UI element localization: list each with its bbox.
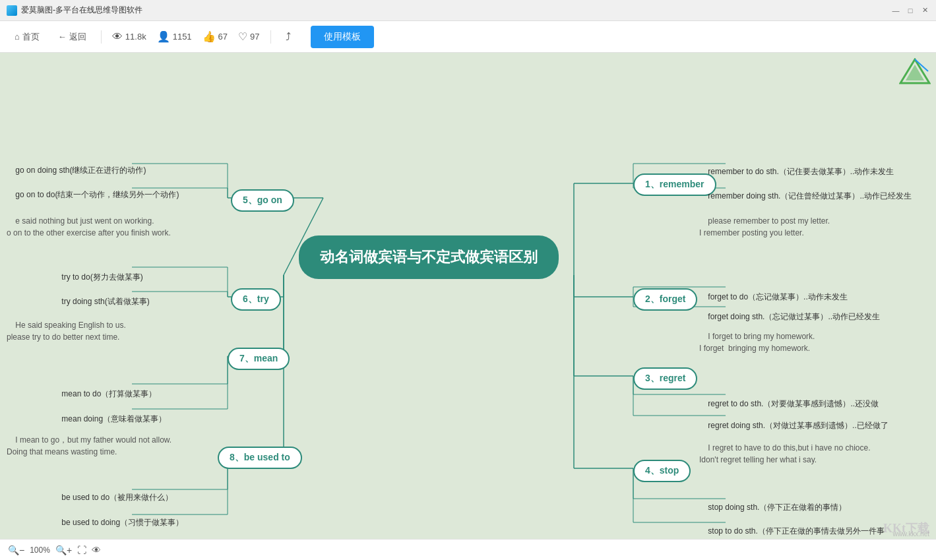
zoom-in-button[interactable]: 🔍+	[55, 545, 72, 555]
maximize-button[interactable]: □	[906, 6, 915, 15]
view-count: 11.8k	[125, 32, 146, 42]
minimize-button[interactable]: —	[891, 6, 900, 15]
like-stat: 👤 1151	[157, 30, 192, 43]
center-node: 动名词做宾语与不定式做宾语区别	[299, 235, 559, 279]
divider-1	[101, 30, 102, 44]
heart-icon: ♡	[238, 30, 247, 43]
leaf-b1-ex: please remember to post my letter. I rem…	[699, 203, 830, 251]
leaf-b7-ex: I mean to go，but my father would not all…	[7, 422, 172, 470]
person-icon: 👤	[157, 30, 170, 43]
zoom-level: 100%	[30, 545, 50, 555]
aimo-logo	[899, 58, 931, 84]
thumbs-icon: 👍	[203, 30, 216, 43]
zoom-out-button[interactable]: 🔍−	[8, 545, 24, 555]
mindmap-canvas: 动名词做宾语与不定式做宾语区别 5、go on go on doing sth(…	[0, 53, 936, 539]
branch-node-b8[interactable]: 8、be used to	[218, 447, 302, 469]
window-controls[interactable]: — □ ✕	[891, 6, 929, 15]
bottombar: 🔍− 100% 🔍+ ⛶ 👁	[0, 539, 936, 560]
close-button[interactable]: ✕	[920, 6, 929, 15]
titlebar: 爱莫脑图-多平台在线思维导图软件 — □ ✕	[0, 0, 936, 21]
home-button[interactable]: ⌂ 首页	[11, 28, 44, 46]
branch-node-b4[interactable]: 4、stop	[633, 460, 691, 482]
toolbar: ⌂ 首页 ← 返回 👁 11.8k 👤 1151 👍 67 ♡ 97 ⤴ 使用模…	[0, 21, 936, 53]
share-icon: ⤴	[286, 31, 291, 43]
thumbs-stat[interactable]: 👍 67	[203, 30, 228, 43]
leaf-b4-ex: stop talking，please. stop to think about…	[699, 536, 819, 539]
branch-node-b5[interactable]: 5、go on	[231, 189, 294, 212]
leaf-b8-ex: machine is used to clean the wall. old m…	[7, 526, 166, 539]
leaf-b2-ex: I forget to bring my homework. I forget …	[699, 319, 815, 366]
home-label: 首页	[22, 31, 40, 43]
heart-count: 97	[250, 32, 259, 42]
back-label: 返回	[69, 31, 86, 43]
fit-screen-button[interactable]: ⛶	[77, 545, 86, 555]
view-stat: 👁 11.8k	[112, 31, 146, 43]
branch-node-b2[interactable]: 2、forget	[633, 288, 697, 311]
back-button[interactable]: ← 返回	[54, 28, 90, 46]
kkx-url: www.kkx.net	[892, 530, 929, 538]
heart-stat[interactable]: ♡ 97	[238, 30, 259, 43]
like-count: 1151	[173, 32, 192, 42]
home-icon: ⌂	[15, 32, 20, 42]
svg-marker-1	[906, 65, 924, 80]
branch-node-b3[interactable]: 3、regret	[633, 367, 697, 390]
use-template-button[interactable]: 使用模板	[311, 26, 374, 48]
leaf-b6-ex: He said speaking English to us. please t…	[7, 307, 126, 355]
branch-node-b6[interactable]: 6、try	[231, 288, 281, 311]
share-button[interactable]: ⤴	[282, 28, 295, 46]
eye-icon: 👁	[112, 31, 123, 43]
thumbs-count: 67	[218, 32, 228, 42]
divider-2	[270, 30, 271, 44]
back-icon: ←	[58, 32, 67, 42]
app-icon	[7, 5, 17, 16]
app-title: 爱莫脑图-多平台在线思维导图软件	[21, 5, 891, 16]
leaf-b5-ex: e said nothing but just went on working.…	[7, 203, 171, 251]
preview-button[interactable]: 👁	[92, 545, 101, 555]
leaf-b3-ex: I regret to have to do this,but i have n…	[699, 430, 871, 478]
branch-node-b7[interactable]: 7、mean	[228, 348, 290, 370]
